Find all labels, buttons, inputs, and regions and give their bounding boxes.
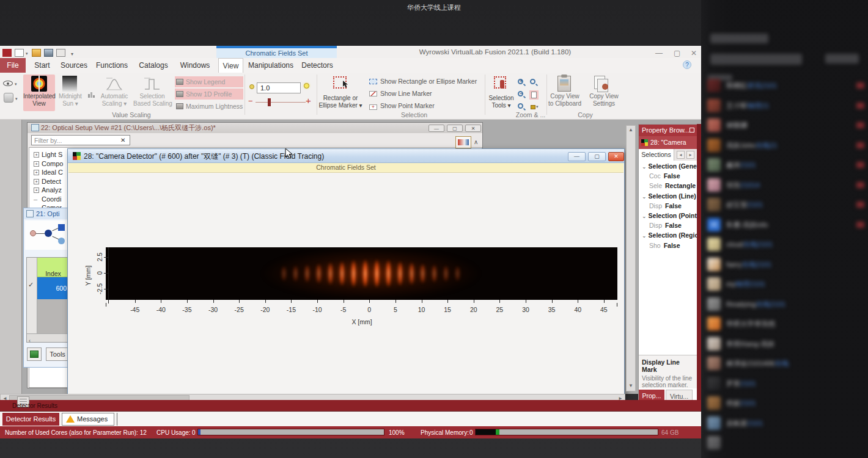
participant-row[interactable]: 鑫涛2101: [707, 158, 866, 175]
copy-view-clipboard-label[interactable]: Copy Viewto Clipboard: [546, 93, 583, 107]
w22-toolbar-icon[interactable]: [455, 136, 471, 148]
participant-row[interactable]: 罗晋2101: [707, 377, 866, 394]
toggle-maximum-lightness[interactable]: Maximum Lightness: [175, 101, 243, 112]
w21-tools-button[interactable]: Tools: [46, 347, 69, 361]
selection-item-0[interactable]: Show Rectangle or Ellipse Marker: [369, 77, 477, 87]
selection-item-2[interactable]: +Show Point Marker: [369, 101, 435, 111]
detector-results-tab[interactable]: Detector Results: [2, 413, 59, 426]
participant-row[interactable]: 林泽金2101406光电: [707, 357, 866, 374]
small-scaling-icon[interactable]: [88, 90, 97, 98]
participant-row[interactable]: cloud光电2101: [707, 238, 866, 255]
property-row[interactable]: SeleRectangle (: [639, 182, 697, 192]
vscroll-down-icon[interactable]: ▼: [627, 383, 635, 390]
participant-row[interactable]: 张浩21014: [707, 178, 866, 195]
tree-item-3[interactable]: +Detect: [34, 178, 61, 185]
view-eye-dropdown-icon[interactable]: ▾: [15, 82, 17, 87]
optical-setup-titlebar[interactable]: 22: Optical Setup View #21 (C:\Users\...…: [28, 123, 482, 133]
automatic-scaling-icon[interactable]: [105, 76, 123, 92]
vscroll-up-icon[interactable]: ▲: [627, 127, 635, 134]
messages-tab[interactable]: Messages: [62, 413, 114, 426]
zoom-lock-icon[interactable]: ▾: [529, 103, 539, 112]
menu-tab-detectors[interactable]: Detectors: [300, 58, 335, 73]
tree-expand-icon[interactable]: +: [34, 179, 39, 184]
tree-item-5[interactable]: –Coordi: [34, 195, 61, 203]
tree-expand-icon[interactable]: +: [34, 152, 39, 158]
zoom-in-icon[interactable]: +: [517, 78, 526, 87]
tree-item-0[interactable]: +Light S: [34, 151, 62, 158]
selection-based-scaling-icon[interactable]: [143, 76, 161, 92]
participant-row[interactable]: 李想Xiang-讯技: [707, 337, 866, 354]
menu-tab-functions[interactable]: Functions: [92, 58, 131, 73]
participant-row[interactable]: Readying光电2101: [707, 297, 866, 314]
brightness-minus[interactable]: −: [248, 96, 253, 106]
w21-grid-tool-button[interactable]: [27, 347, 42, 361]
filter-input[interactable]: Filter by...: [31, 135, 130, 145]
collapse-icon[interactable]: ⌄: [642, 213, 647, 219]
w28-titlebar[interactable]: 28: "Camera Detector" (# 600) after "双缝"…: [68, 149, 624, 163]
w22-close-button[interactable]: ✕: [465, 125, 481, 132]
tab-scroll-right-icon[interactable]: ▸: [686, 151, 694, 159]
midnight-sun-icon[interactable]: [62, 76, 77, 92]
menu-tab-windows[interactable]: Windows: [177, 58, 213, 73]
qat-overflow-icon[interactable]: ▾: [71, 51, 73, 57]
display-mode-icon[interactable]: [4, 93, 13, 103]
zoom-page-icon[interactable]: [529, 90, 539, 100]
open-icon[interactable]: [32, 49, 41, 57]
selection-based-scaling-label[interactable]: SelectionBased Scaling: [133, 93, 171, 107]
participant-row[interactable]: 谢丽娜: [707, 118, 866, 136]
participant-row[interactable]: faery光电2101: [707, 258, 866, 275]
participant-row[interactable]: 吴栋梁2101: [707, 416, 866, 434]
collapse-icon[interactable]: ⌄: [642, 233, 647, 239]
participant-row[interactable]: [707, 436, 866, 453]
brightness-slider-handle[interactable]: [268, 98, 271, 106]
w28-close-button[interactable]: ✕: [608, 152, 624, 161]
property-group-row[interactable]: ⌄Selection (Gene: [639, 162, 697, 172]
w21-row-cell[interactable]: 600: [37, 277, 69, 299]
property-row[interactable]: CocFalse: [639, 172, 697, 182]
new-file-dropdown-icon[interactable]: ▾: [26, 51, 28, 56]
mdi-vscrollbar[interactable]: ▲ ▼: [626, 125, 636, 391]
copy-view-clipboard-icon[interactable]: [557, 76, 571, 92]
property-row[interactable]: DispFalse: [639, 202, 697, 212]
property-group-row[interactable]: ⌄Selection (Regio: [639, 231, 697, 241]
tree-expand-icon[interactable]: +: [34, 161, 39, 167]
copy-view-settings-icon[interactable]: [594, 76, 605, 89]
property-group-row[interactable]: ⌄Selection (Line): [639, 192, 697, 202]
export-icon[interactable]: [56, 49, 65, 57]
menu-tab-start[interactable]: Start: [29, 58, 56, 73]
midnight-sun-label[interactable]: MidnightSun ▾: [56, 93, 84, 107]
participant-row[interactable]: 佟姣2101: [707, 396, 866, 413]
zoom-reset-icon[interactable]: [517, 103, 526, 112]
w21-hscroll-left-icon[interactable]: ‹: [29, 338, 31, 344]
collapse-icon[interactable]: ⌄: [642, 164, 647, 170]
brightness-plus[interactable]: +: [306, 95, 311, 106]
tab-scroll-left-icon[interactable]: ◂: [677, 151, 685, 159]
selections-tab[interactable]: Selections: [639, 149, 674, 161]
selection-tools-label[interactable]: SelectionTools ▾: [487, 95, 516, 109]
automatic-scaling-label[interactable]: AutomaticScaling ▾: [98, 93, 131, 107]
pin-icon[interactable]: [690, 128, 694, 133]
display-mode-dropdown-icon[interactable]: ▾: [15, 96, 18, 101]
minimize-icon[interactable]: —: [655, 49, 663, 57]
tree-expand-icon[interactable]: +: [34, 187, 39, 193]
brightness-value-input[interactable]: 1.0: [257, 82, 301, 93]
zoom-window-icon[interactable]: [529, 78, 539, 87]
property-row[interactable]: DispFalse: [639, 222, 697, 231]
w28-maximize-button[interactable]: ▢: [588, 152, 606, 161]
participant-row[interactable]: 讯技John光电21: [707, 139, 866, 156]
maximize-icon[interactable]: ▢: [674, 49, 680, 57]
property-browser-title[interactable]: Property Brow...: [639, 125, 697, 136]
property-group-row[interactable]: ⌄Selection (Point: [639, 212, 697, 222]
menu-tab-sources[interactable]: Sources: [58, 58, 90, 73]
participant-row[interactable]: 陈晓红研讯2101: [707, 79, 866, 96]
tree-item-4[interactable]: +Analyz: [34, 186, 62, 194]
w22-collapse-icon[interactable]: ∧: [474, 139, 478, 145]
property-row[interactable]: ShoFalse: [639, 242, 697, 252]
toggle-show-1d-profile[interactable]: Show 1D Profile: [175, 89, 243, 100]
participant-row[interactable]: 赵宝安2101: [707, 198, 866, 215]
collapse-icon[interactable]: ⌄: [642, 194, 647, 200]
w28-minimize-button[interactable]: —: [568, 152, 586, 161]
help-icon[interactable]: ?: [683, 60, 691, 69]
participant-row[interactable]: 王小军物理21: [707, 99, 866, 116]
optical-setup-editor-window[interactable]: 21: Opti Index ✓ 600 ‹ Tools: [23, 208, 70, 368]
